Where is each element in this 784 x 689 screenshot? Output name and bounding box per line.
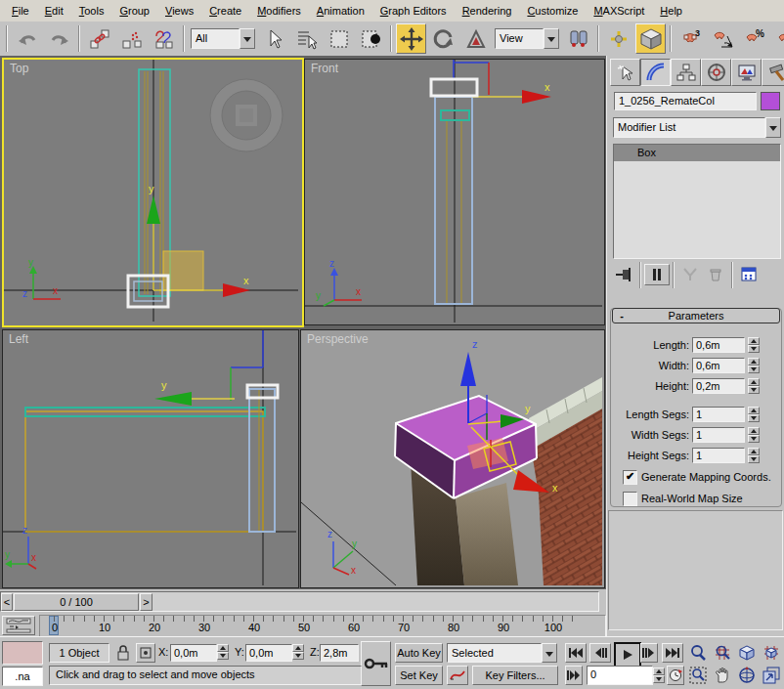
track-bar-ruler[interactable]: 0 10 20 30 40 50 60 70 80 90 100 (39, 615, 606, 638)
select-object-button[interactable] (259, 23, 289, 54)
z-coordinate-field[interactable]: 2,8m (320, 644, 359, 662)
time-slider-handle[interactable]: 0 / 100 (14, 593, 139, 611)
default-in-out-tangents-button[interactable] (447, 666, 468, 685)
rectangular-selection-region-button[interactable] (324, 23, 354, 54)
select-by-name-button[interactable] (291, 23, 322, 54)
dropdown-arrow-icon[interactable] (765, 117, 781, 138)
width-field[interactable]: 0,6m (692, 358, 745, 373)
select-and-link-button[interactable] (84, 23, 114, 54)
maximize-viewport-toggle[interactable] (761, 666, 782, 685)
height-segs-field[interactable]: 1 (692, 448, 745, 463)
dropdown-arrow-icon[interactable] (542, 643, 557, 663)
time-configuration-button[interactable] (667, 666, 684, 685)
selection-lock-toggle[interactable] (114, 643, 132, 663)
viewport-top[interactable]: Top y x (2, 58, 304, 327)
menu-group[interactable]: Group (111, 1, 157, 21)
menu-rendering[interactable]: Rendering (455, 1, 520, 21)
redo-button[interactable] (44, 23, 74, 54)
reference-coordinate-system-dropdown[interactable]: View (495, 28, 559, 49)
snaps-toggle-button[interactable] (635, 23, 666, 54)
show-end-result-button[interactable] (644, 264, 670, 285)
window-crossing-toggle-button[interactable] (356, 23, 386, 54)
tab-motion[interactable] (701, 59, 731, 86)
previous-frame-button[interactable] (589, 643, 611, 663)
modifier-stack[interactable]: Box (613, 144, 781, 259)
menu-tools[interactable]: Tools (71, 1, 112, 21)
selection-set-dropdown[interactable]: Selected (447, 643, 557, 663)
tab-hierarchy[interactable] (671, 59, 701, 86)
select-and-rotate-button[interactable] (428, 23, 458, 54)
unlink-selection-button[interactable] (116, 23, 147, 54)
zoom-button[interactable] (687, 643, 709, 663)
menu-views[interactable]: Views (157, 1, 201, 21)
open-mini-curve-editor-button[interactable] (2, 616, 35, 635)
select-and-move-button[interactable] (396, 23, 426, 54)
angle-snap-toggle-button[interactable] (708, 23, 738, 54)
select-and-manipulate-button[interactable] (603, 23, 633, 54)
zoom-all-button[interactable] (712, 643, 733, 663)
pin-stack-button[interactable] (611, 264, 636, 285)
menu-create[interactable]: Create (201, 1, 249, 21)
menu-graph-editors[interactable]: Graph Editors (372, 1, 455, 21)
menu-help[interactable]: Help (652, 1, 690, 21)
percent-snap-toggle-button[interactable]: % (740, 23, 770, 54)
menu-customize[interactable]: Customize (519, 1, 586, 21)
viewport-left[interactable]: Left y z y x (2, 329, 299, 588)
viewport-perspective-label[interactable]: Perspective (307, 332, 369, 346)
tab-display[interactable] (731, 59, 762, 86)
dropdown-arrow-icon[interactable] (544, 28, 559, 49)
play-button[interactable] (614, 642, 641, 667)
viewport-top-scene[interactable]: y x y x z (4, 60, 298, 322)
selection-filter-dropdown[interactable]: All (191, 28, 255, 49)
tab-modify[interactable] (640, 59, 671, 86)
real-world-map-size-checkbox[interactable] (623, 492, 637, 506)
viewport-front-label[interactable]: Front (311, 62, 338, 75)
viewport-perspective[interactable]: Perspective (300, 329, 605, 588)
key-filters-button[interactable]: Key Filters... (472, 666, 558, 685)
menu-animation[interactable]: Animation (309, 1, 372, 21)
object-name-field[interactable]: 1_0256_RemateCol (614, 92, 757, 110)
modifier-list-dropdown[interactable]: Modifier List (613, 117, 781, 138)
menu-file[interactable]: File (4, 1, 37, 21)
menu-maxscript[interactable]: MAXScript (586, 1, 652, 21)
configure-modifier-sets-button[interactable] (736, 264, 762, 285)
undo-button[interactable] (12, 23, 42, 54)
height-field[interactable]: 0,2m (692, 378, 745, 394)
zoom-extents-button[interactable] (736, 643, 758, 663)
key-mode-toggle-button[interactable] (565, 666, 583, 685)
maxscript-mini-listener[interactable]: .na (2, 667, 43, 686)
bind-to-space-warp-button[interactable] (149, 23, 179, 54)
menu-modifiers[interactable]: Modifiers (249, 1, 309, 21)
stack-item-box[interactable]: Box (614, 145, 780, 161)
viewport-left-scene[interactable]: y z y x (3, 330, 296, 585)
snap-toggle-3d-button[interactable]: 3 (675, 23, 706, 54)
length-field[interactable]: 0,6m (692, 337, 745, 353)
generate-mapping-coords-checkbox[interactable]: ✔ (623, 470, 637, 485)
current-frame-field[interactable]: 0 (587, 666, 653, 685)
rollout-collapse-icon[interactable]: - (617, 310, 627, 322)
use-pivot-point-center-button[interactable] (563, 23, 593, 54)
make-unique-button[interactable] (677, 264, 703, 285)
absolute-mode-toggle[interactable] (136, 643, 155, 663)
length-segs-field[interactable]: 1 (692, 407, 745, 422)
dropdown-arrow-icon[interactable] (240, 28, 255, 49)
y-coordinate-field[interactable]: 0,0m (245, 644, 292, 662)
menu-edit[interactable]: Edit (37, 1, 71, 21)
viewport-top-label[interactable]: Top (10, 62, 28, 75)
width-segs-field[interactable]: 1 (692, 427, 745, 443)
select-and-scale-button[interactable] (460, 23, 491, 54)
pan-view-button[interactable] (712, 666, 733, 685)
region-zoom-button[interactable] (687, 666, 709, 685)
maxscript-mini-listener-pink[interactable] (2, 641, 43, 665)
object-color-swatch[interactable] (761, 92, 780, 110)
spinner-snap-toggle-button[interactable] (772, 23, 784, 54)
viewport-front-scene[interactable]: x z x y (305, 60, 602, 323)
parameters-rollout-header[interactable]: - Parameters (612, 308, 780, 323)
set-keys-button[interactable] (361, 641, 391, 686)
arc-rotate-button[interactable] (736, 666, 758, 685)
next-frame-button[interactable] (640, 643, 658, 663)
zoom-extents-all-button[interactable] (761, 643, 782, 663)
go-to-end-button[interactable] (662, 643, 683, 663)
set-key-button[interactable]: Set Key (395, 666, 443, 685)
time-slider-prev-button[interactable]: < (1, 593, 13, 611)
